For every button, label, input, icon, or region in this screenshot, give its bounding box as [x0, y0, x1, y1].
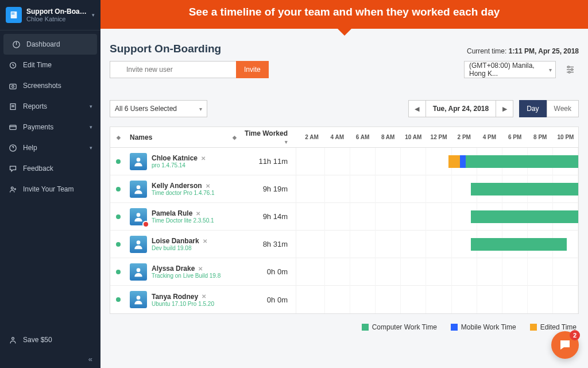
svg-point-16 [137, 158, 141, 162]
svg-point-6 [11, 85, 14, 87]
notification-badge [142, 221, 149, 228]
nav-edit-time[interactable]: Edit Time [0, 55, 100, 75]
card-icon [8, 122, 17, 132]
table-row: Tanya Rodney✕Ubuntu 17.10 Pro 1.5.200h 0… [110, 286, 578, 313]
nav-feedback[interactable]: Feedback [0, 158, 100, 179]
timeline-cell [296, 148, 578, 175]
col-names[interactable]: Names [130, 133, 152, 141]
time-worked-value: 9h 14m [241, 212, 296, 221]
nav-help[interactable]: Help ▾ [0, 137, 100, 158]
nav-save50[interactable]: Save $50 [0, 329, 100, 350]
svg-rect-8 [9, 125, 16, 129]
user-filter-select[interactable]: All 6 Users Selected ▾ [110, 100, 207, 117]
timeline-cell [296, 231, 578, 258]
nav-invite-team[interactable]: Invite Your Team [0, 179, 100, 200]
camera-icon [8, 81, 17, 90]
sort-icon[interactable]: ◆ [233, 135, 237, 140]
invite-button[interactable]: Invite [236, 61, 269, 78]
dashboard-icon [11, 40, 21, 49]
chevron-down-icon: ▾ [199, 106, 202, 112]
team-name: Support On-Boardi... [26, 7, 87, 16]
hour-label: 4 PM [477, 134, 502, 140]
status-dot [116, 242, 121, 247]
legend-edited: Edited Time [530, 323, 577, 331]
chevron-down-icon: ▾ [90, 124, 92, 130]
avatar [130, 153, 147, 170]
help-icon [8, 143, 17, 152]
svg-point-18 [137, 213, 141, 217]
timezone-label: (GMT+08:00) Manila, Hong K... [469, 62, 543, 78]
user-name: Tanya Rodney✕ [152, 293, 214, 301]
time-worked-value: 11h 11m [241, 157, 296, 166]
date-prev-button[interactable]: ◀ [408, 100, 425, 117]
svg-point-11 [11, 337, 14, 339]
sidebar: Support On-Boardi... Chloe Katnice ▾ Das… [0, 0, 100, 368]
hour-label: 4 AM [324, 134, 350, 140]
swatch-icon [451, 324, 458, 331]
date-display[interactable]: Tue, Apr 24, 2018 [425, 100, 496, 117]
team-selector[interactable]: Support On-Boardi... Chloe Katnice ▾ [0, 0, 100, 30]
toggle-week[interactable]: Week [547, 100, 579, 117]
team-avatar [6, 7, 22, 23]
status-dot [116, 187, 121, 191]
chevron-left-icon: « [88, 355, 92, 363]
chat-launcher[interactable]: 2 [551, 331, 579, 359]
timeline-bar-mobile[interactable] [460, 155, 466, 168]
sort-icon[interactable]: ◆ [117, 135, 121, 140]
status-dot [116, 270, 121, 274]
gift-icon [8, 335, 17, 344]
timezone-select[interactable]: (GMT+08:00) Manila, Hong K... [464, 61, 556, 78]
nav-label: Save $50 [23, 336, 52, 344]
date-next-button[interactable]: ▶ [496, 100, 513, 117]
hour-label: 10 AM [401, 134, 426, 140]
timeline-bar-edited[interactable] [448, 155, 460, 168]
nav-payments[interactable]: Payments ▾ [0, 117, 100, 137]
nav-label: Edit Time [23, 61, 52, 69]
timeline-cell [296, 258, 578, 286]
avatar [130, 181, 147, 198]
user-name: Kelly Anderson✕ [152, 182, 215, 190]
nav-reports[interactable]: Reports ▾ [0, 96, 100, 117]
remove-icon[interactable]: ✕ [206, 183, 210, 189]
remove-icon[interactable]: ✕ [196, 210, 200, 217]
time-worked-value: 8h 31m [241, 240, 296, 248]
nav-screenshots[interactable]: Screenshots [0, 75, 100, 96]
hour-label: 2 PM [451, 134, 477, 140]
chevron-down-icon: ▾ [92, 12, 95, 18]
promo-banner: See a timeline of your team and when the… [100, 0, 588, 29]
date-navigator: ◀ Tue, Apr 24, 2018 ▶ [408, 100, 513, 117]
nav-label: Dashboard [26, 40, 60, 48]
settings-button[interactable] [562, 61, 579, 78]
chevron-down-icon: ▾ [90, 145, 92, 151]
user-version: Time doctor Pro 1.4.76.1 [152, 190, 215, 196]
nav-dashboard[interactable]: Dashboard [3, 34, 97, 55]
status-dot [116, 297, 121, 302]
remove-icon[interactable]: ✕ [198, 266, 203, 272]
timeline-bar-computer[interactable] [471, 183, 578, 195]
remove-icon[interactable]: ✕ [202, 293, 206, 300]
avatar [130, 208, 147, 225]
col-time-worked[interactable]: Time Worked [245, 129, 288, 137]
timeline-bar-computer[interactable] [471, 238, 567, 251]
nav-label: Feedback [23, 164, 53, 172]
invite-input[interactable] [110, 61, 236, 78]
remove-icon[interactable]: ✕ [203, 238, 207, 244]
clock-icon [8, 60, 17, 70]
svg-point-17 [137, 185, 141, 189]
main: See a timeline of your team and when the… [100, 0, 588, 368]
time-worked-value: 0h 0m [241, 267, 296, 276]
sidebar-collapse[interactable]: « [0, 350, 100, 368]
svg-point-13 [568, 66, 570, 68]
report-icon [8, 102, 17, 111]
svg-rect-2 [11, 14, 14, 14]
hour-label: 12 PM [426, 134, 451, 140]
sort-down-icon[interactable]: ▾ [285, 139, 288, 145]
invite-user-form: Invite [110, 61, 269, 78]
toggle-day[interactable]: Day [519, 100, 546, 117]
timeline-bar-computer[interactable] [466, 155, 578, 168]
remove-icon[interactable]: ✕ [201, 155, 206, 162]
timeline-bar-computer[interactable] [471, 210, 578, 223]
page-title: Support On-Boarding [110, 43, 221, 55]
chat-icon [8, 164, 17, 173]
svg-rect-0 [11, 12, 17, 18]
